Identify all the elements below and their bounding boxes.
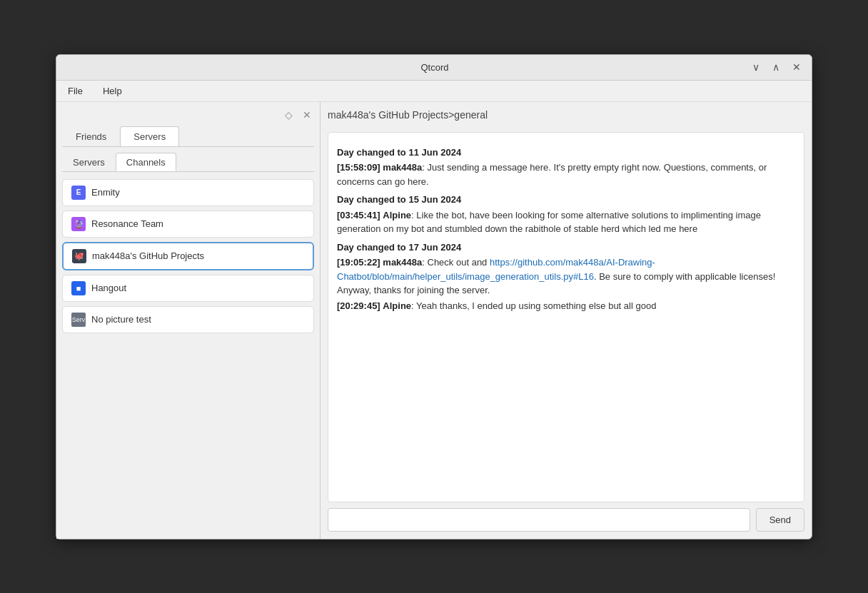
message-3: [19:05:22] mak448a: Check out and https:… (337, 255, 795, 298)
server-icon-resonance: 🔮 (71, 217, 86, 231)
server-icon-github: 🐙 (72, 249, 86, 263)
chat-messages: Day changed to 11 Jun 2024 [15:58:09] ma… (328, 132, 804, 502)
tab-servers-inner[interactable]: Servers (62, 153, 116, 171)
server-icon-enmity: E (71, 186, 86, 200)
server-item-nopic[interactable]: Serv No picture test (62, 306, 314, 333)
msg-timestamp-3: [19:05:22] (337, 257, 380, 268)
menu-help[interactable]: Help (99, 83, 126, 98)
server-name-enmity: Enmity (91, 187, 120, 198)
chat-input[interactable] (328, 508, 750, 532)
chat-header: mak448a's GitHub Projects>general (328, 109, 804, 125)
msg-text-4: : Yeah thanks, I ended up using somethin… (411, 300, 656, 311)
tab-servers-outer[interactable]: Servers (120, 126, 179, 146)
server-name-hangout: Hangout (91, 283, 126, 293)
tab-channels[interactable]: Channels (116, 153, 176, 171)
msg-timestamp-4: [20:29:45] (337, 300, 380, 311)
msg-author-4: Alpine (383, 300, 411, 311)
message-4: [20:29:45] Alpine: Yeah thanks, I ended … (337, 299, 795, 313)
day-changed-2: Day changed to 15 Jun 2024 (337, 193, 795, 207)
msg-author-1: mak448a (383, 162, 422, 173)
inner-tab-bar: Servers Channels (62, 153, 314, 172)
server-item-github[interactable]: 🐙 mak448a's GitHub Projects (62, 242, 314, 270)
msg-text-before-link-3: : Check out and (422, 257, 490, 268)
server-name-resonance: Resonance Team (91, 218, 163, 229)
sidebar-top-controls: ◇ ✕ (62, 108, 314, 122)
message-2: [03:45:41] Alpine: Like the bot, have be… (337, 208, 795, 236)
day-changed-1: Day changed to 11 Jun 2024 (337, 146, 795, 160)
server-item-resonance[interactable]: 🔮 Resonance Team (62, 211, 314, 238)
server-name-nopic: No picture test (91, 314, 151, 325)
maximize-button[interactable]: ∧ (769, 60, 783, 74)
window-title: Qtcord (121, 62, 749, 73)
server-item-hangout[interactable]: ■ Hangout (62, 275, 314, 302)
server-icon-hangout: ■ (71, 281, 86, 295)
msg-timestamp-2: [03:45:41] (337, 210, 380, 221)
message-1: [15:58:09] mak448a: Just sending a messa… (337, 161, 795, 188)
title-bar: Qtcord ∨ ∧ ✕ (56, 55, 812, 81)
main-content: ◇ ✕ Friends Servers Servers Channels E E… (56, 102, 812, 539)
server-icon-nopic: Serv (71, 313, 86, 327)
menu-file[interactable]: File (64, 83, 87, 98)
chat-input-row: Send (328, 508, 804, 532)
send-button[interactable]: Send (756, 508, 804, 532)
server-list: E Enmity 🔮 Resonance Team 🐙 mak448a's Gi… (62, 179, 314, 333)
outer-tab-bar: Friends Servers (62, 126, 314, 147)
minimize-button[interactable]: ∨ (749, 60, 763, 74)
chat-area: mak448a's GitHub Projects>general Day ch… (321, 102, 812, 539)
msg-author-2: Alpine (383, 210, 411, 221)
menu-bar: File Help (56, 81, 812, 102)
pin-icon[interactable]: ◇ (282, 108, 296, 122)
msg-timestamp-1: [15:58:09] (337, 162, 380, 173)
server-item-enmity[interactable]: E Enmity (62, 179, 314, 206)
window-controls: ∨ ∧ ✕ (749, 60, 804, 74)
server-name-github: mak448a's GitHub Projects (92, 250, 204, 261)
close-button[interactable]: ✕ (789, 60, 804, 74)
msg-author-3: mak448a (383, 257, 422, 268)
day-changed-3: Day changed to 17 Jun 2024 (337, 240, 795, 255)
sidebar-close-icon[interactable]: ✕ (300, 108, 314, 122)
tab-friends[interactable]: Friends (62, 126, 120, 146)
main-window: Qtcord ∨ ∧ ✕ File Help ◇ ✕ Friends Serve… (56, 54, 812, 539)
sidebar: ◇ ✕ Friends Servers Servers Channels E E… (56, 102, 321, 539)
